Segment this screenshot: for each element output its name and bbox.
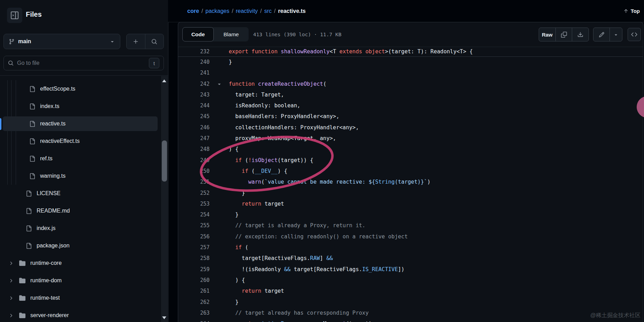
code-line-258: 258 target[ReactiveFlags.RAW] && [178, 253, 643, 264]
fold-toggle-icon[interactable] [210, 79, 229, 90]
folder-icon [19, 277, 25, 284]
symbols-pane-button[interactable] [628, 28, 641, 41]
line-number[interactable]: 262 [178, 297, 210, 308]
code-text: target: Target, [229, 90, 284, 100]
search-tree-button[interactable] [145, 34, 164, 49]
code-text: target[ReactiveFlags.RAW] && [229, 253, 333, 264]
line-number[interactable]: 246 [178, 122, 210, 133]
code-text: function createReactiveObject( [229, 79, 326, 90]
sidebar-scrollbar[interactable] [161, 76, 168, 322]
tree-folder-runtime-test[interactable]: runtime-test [3, 291, 158, 305]
line-number[interactable]: 256 [178, 231, 210, 242]
scrollbar-thumb[interactable] [162, 140, 167, 182]
scroll-up-arrow[interactable] [162, 79, 166, 82]
tree-file-warning.ts[interactable]: warning.ts [3, 169, 158, 183]
panel-left-icon [11, 12, 18, 19]
edit-button[interactable] [593, 28, 609, 41]
collapse-sidebar-button[interactable] [7, 8, 22, 23]
line-number[interactable]: 257 [178, 242, 210, 253]
fold-spacer [210, 100, 229, 111]
code-line-257: 257 if ( [178, 242, 643, 253]
breadcrumb-link[interactable]: core [187, 8, 199, 14]
git-branch-icon [9, 39, 15, 45]
pencil-icon [599, 32, 605, 38]
line-number[interactable]: 242 [178, 79, 210, 90]
code-text: baseHandlers: ProxyHandler<any>, [229, 111, 339, 122]
line-number[interactable]: 245 [178, 111, 210, 122]
code-line-255: 255 // target is already a Proxy, return… [178, 220, 643, 231]
folder-icon [19, 260, 25, 266]
line-number[interactable]: 253 [178, 199, 210, 209]
code-line-264: 264 const existingProxy = proxyMap.get(t… [178, 319, 643, 322]
line-number[interactable]: 240 [178, 57, 210, 68]
line-number[interactable]: 247 [178, 133, 210, 144]
code-text: // target already has corresponding Prox… [229, 308, 369, 319]
tree-file-ref.ts[interactable]: ref.ts [3, 151, 158, 166]
tree-folder-runtime-core[interactable]: runtime-core [3, 256, 158, 270]
selected-file-accent [0, 118, 1, 130]
code-text: collectionHandlers: ProxyHandler<any>, [229, 122, 359, 133]
fold-spacer [210, 133, 229, 144]
line-number[interactable]: 264 [178, 319, 210, 322]
code-text: export function shallowReadonly<T extend… [229, 47, 473, 56]
tree-file-effectScope.ts[interactable]: effectScope.ts [3, 82, 158, 96]
line-number[interactable]: 250 [178, 166, 210, 177]
line-number[interactable]: 254 [178, 209, 210, 220]
go-to-file-input[interactable]: Go to file t [3, 56, 164, 70]
edit-actions-group [593, 28, 622, 41]
code-text: return target [229, 199, 284, 209]
tree-file-reactiveEffect.ts[interactable]: reactiveEffect.ts [3, 134, 158, 148]
line-number[interactable]: 260 [178, 275, 210, 286]
code-text: if (__DEV__) { [229, 166, 287, 177]
line-number[interactable]: 259 [178, 264, 210, 275]
file-tree: effectScope.tsindex.tsreactive.tsreactiv… [0, 82, 161, 322]
tree-file-index.ts[interactable]: index.ts [3, 99, 158, 114]
line-number[interactable]: 258 [178, 253, 210, 264]
line-number[interactable]: 252 [178, 188, 210, 199]
code-line-246: 246 collectionHandlers: ProxyHandler<any… [178, 122, 643, 133]
arrow-up-icon [623, 8, 629, 14]
line-number[interactable]: 248 [178, 144, 210, 155]
raw-button[interactable]: Raw [539, 28, 555, 41]
tab-blame[interactable]: Blame [214, 27, 249, 41]
copy-button[interactable] [555, 28, 572, 41]
tree-file-package.json[interactable]: package.json [3, 238, 158, 253]
line-number[interactable]: 243 [178, 90, 210, 100]
add-file-button[interactable] [127, 34, 145, 49]
tree-file-index.js[interactable]: index.js [3, 221, 158, 236]
edit-dropdown-button[interactable] [609, 28, 622, 41]
tree-file-LICENSE[interactable]: LICENSE [3, 186, 158, 201]
code-line-256: 256 // exception: calling readonly() on … [178, 231, 643, 242]
breadcrumb-link[interactable]: reactivity [236, 8, 258, 14]
tree-file-reactive.ts[interactable]: reactive.ts [3, 116, 158, 131]
chevron-down-icon [109, 39, 115, 44]
line-number[interactable]: 232 [178, 47, 210, 56]
code-line-241: 241 [178, 68, 643, 78]
fold-spacer [210, 242, 229, 253]
code-line-259: 259 !(isReadonly && target[ReactiveFlags… [178, 264, 643, 275]
file-icon [29, 173, 35, 179]
line-number[interactable]: 251 [178, 177, 210, 187]
scroll-down-arrow[interactable] [162, 316, 166, 319]
code-text: ) { [229, 275, 245, 286]
line-number[interactable]: 241 [178, 68, 210, 78]
breadcrumb-link[interactable]: src [264, 8, 272, 14]
code-text: isReadonly: boolean, [229, 100, 300, 111]
tree-folder-server-renderer[interactable]: server-renderer [3, 308, 158, 322]
back-to-top-link[interactable]: Top [623, 0, 640, 22]
branch-selector[interactable]: main [3, 34, 120, 49]
code-line-251: 251 warn(`value cannot be made reactive:… [178, 177, 643, 187]
tree-folder-runtime-dom[interactable]: runtime-dom [3, 273, 158, 288]
line-number[interactable]: 255 [178, 220, 210, 231]
tree-file-README.md[interactable]: README.md [3, 204, 158, 218]
download-button[interactable] [572, 28, 589, 41]
breadcrumb-link[interactable]: packages [205, 8, 229, 14]
breadcrumb-separator: / [274, 8, 275, 14]
line-number[interactable]: 261 [178, 286, 210, 297]
line-number[interactable]: 244 [178, 100, 210, 111]
tree-item-label: README.md [37, 208, 70, 214]
tab-code[interactable]: Code [182, 27, 214, 41]
line-number[interactable]: 263 [178, 308, 210, 319]
file-meta: 413 lines (390 loc) · 11.7 KB [253, 22, 341, 47]
line-number[interactable]: 249 [178, 155, 210, 166]
